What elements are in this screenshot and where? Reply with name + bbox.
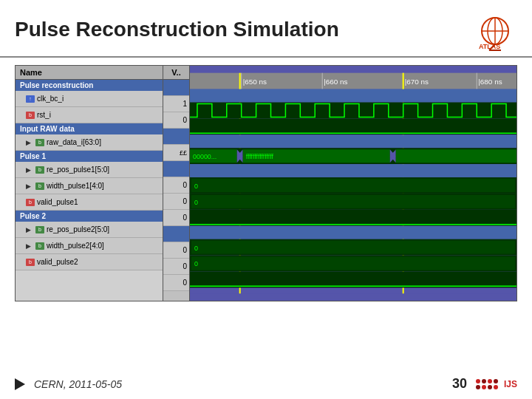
waveform-svg: |650 ns |660 ns |670 ns |680 ns [190, 66, 516, 301]
svg-rect-34 [190, 164, 516, 177]
value-group-raw [163, 129, 189, 145]
svg-rect-50 [190, 271, 516, 287]
svg-text:ffffffffffffffff: ffffffffffffffff [246, 153, 274, 160]
waveform-viewer: Name Pulse reconstruction ↑ clk_bc_i b r… [15, 65, 517, 301]
svg-rect-45 [191, 241, 515, 254]
svg-rect-21 [190, 118, 516, 134]
svg-rect-20 [190, 102, 516, 118]
expand-icon[interactable]: ▶ [26, 183, 33, 190]
value-raw-data: ££ [163, 145, 189, 161]
svg-text:0: 0 [194, 199, 198, 206]
svg-text:|650 ns: |650 ns [243, 78, 267, 86]
name-column-header: Name [16, 66, 163, 80]
value-rst: 0 [163, 112, 189, 129]
svg-rect-23 [190, 134, 516, 148]
signal-row-width-pulse2: ▶ b width_pulse2[4:0] [16, 238, 163, 254]
svg-text:00000...: 00000... [193, 153, 216, 160]
svg-rect-41 [190, 210, 516, 226]
signal-row-re-pos-pulse1: ▶ b re_pos_pulse1[5:0] [16, 162, 163, 178]
group-input-raw: Input RAW data [16, 123, 163, 134]
atlas-logo-icon: ATLAS [473, 7, 517, 52]
svg-rect-39 [191, 195, 515, 208]
signal-row-raw-data: ▶ b raw_data_i[63:0] [16, 134, 163, 151]
ijs-dot [476, 379, 480, 383]
group-pulse1: Pulse 1 [16, 151, 163, 162]
value-width-pulse1: 0 [163, 194, 189, 210]
ijs-dot [494, 385, 498, 389]
value-group-pulse2 [163, 226, 189, 242]
ijs-dot [476, 385, 480, 389]
value-group-pulse-recon [163, 80, 189, 96]
main-content: Name Pulse reconstruction ↑ clk_bc_i b r… [0, 58, 532, 309]
play-arrow-icon [15, 378, 25, 390]
svg-text:0: 0 [194, 245, 198, 252]
signal-row-valid-pulse2: b valid_pulse2 [16, 254, 163, 270]
svg-text:|660 ns: |660 ns [324, 78, 347, 86]
signal-value-panel: V.. 1 0 ££ 0 0 0 0 0 0 [163, 66, 190, 301]
signal-row-re-pos-pulse2: ▶ b re_pos_pulse2[5:0] [16, 222, 163, 238]
bit-icon: b [26, 112, 35, 119]
ijs-dot [482, 385, 486, 389]
signal-row-width-pulse1: ▶ b width_pulse1[4:0] [16, 178, 163, 194]
svg-rect-48 [191, 257, 515, 270]
expand-icon[interactable]: ▶ [26, 242, 33, 250]
ijs-dot [488, 385, 492, 389]
page-number: 30 [452, 376, 467, 392]
signal-row-rst: b rst_i [16, 107, 163, 123]
expand-icon[interactable]: ▶ [26, 226, 33, 233]
page-title: Pulse Reconstruction Simulation [15, 18, 339, 41]
value-clk: 1 [163, 96, 189, 112]
svg-text:ATLAS: ATLAS [479, 43, 500, 50]
bus-icon: b [35, 183, 44, 190]
bus-icon: b [35, 242, 44, 250]
value-width-pulse2: 0 [163, 259, 189, 275]
ijs-dot [488, 379, 492, 383]
svg-text:|670 ns: |670 ns [405, 78, 429, 86]
footer-right: 30 IJS [452, 376, 517, 392]
svg-rect-8 [190, 73, 516, 89]
value-valid-pulse2: 0 [163, 275, 189, 291]
ijs-dot [494, 379, 498, 383]
ijs-label: IJS [504, 379, 517, 389]
value-re-pos-pulse1: 0 [163, 177, 189, 194]
bit-icon: b [26, 259, 35, 266]
waveform-display[interactable]: |650 ns |660 ns |670 ns |680 ns [190, 66, 516, 301]
bus-icon: b [35, 166, 44, 174]
signal-row-valid-pulse1: b valid_pulse1 [16, 194, 163, 211]
expand-icon[interactable]: ▶ [26, 166, 33, 174]
value-column-header: V.. [163, 66, 189, 80]
svg-text:|680 ns: |680 ns [478, 78, 502, 86]
expand-icon[interactable]: ▶ [26, 139, 33, 146]
signal-row-clk: ↑ clk_bc_i [16, 91, 163, 107]
signal-name-panel: Name Pulse reconstruction ↑ clk_bc_i b r… [16, 66, 163, 301]
header: Pulse Reconstruction Simulation ATLAS [0, 0, 532, 58]
svg-rect-19 [190, 89, 516, 103]
svg-rect-33 [396, 149, 516, 163]
footer-date: CERN, 2011-05-05 [34, 378, 122, 390]
svg-text:0: 0 [194, 183, 198, 190]
footer: CERN, 2011-05-05 30 IJS [0, 376, 532, 392]
group-pulse-reconstruction: Pulse reconstruction [16, 80, 163, 91]
svg-rect-43 [190, 226, 516, 239]
bus-icon: b [35, 226, 44, 233]
value-valid-pulse1: 0 [163, 210, 189, 226]
clock-icon: ↑ [26, 95, 35, 103]
bit-icon: b [26, 199, 35, 206]
group-pulse2: Pulse 2 [16, 211, 163, 222]
value-group-pulse1 [163, 161, 189, 177]
value-re-pos-pulse2: 0 [163, 242, 189, 259]
svg-text:0: 0 [194, 260, 198, 267]
ijs-logo: IJS [476, 379, 517, 389]
ijs-dots-grid [476, 379, 498, 389]
ijs-dot [482, 379, 486, 383]
bus-icon: b [35, 139, 44, 146]
svg-rect-36 [191, 179, 515, 192]
